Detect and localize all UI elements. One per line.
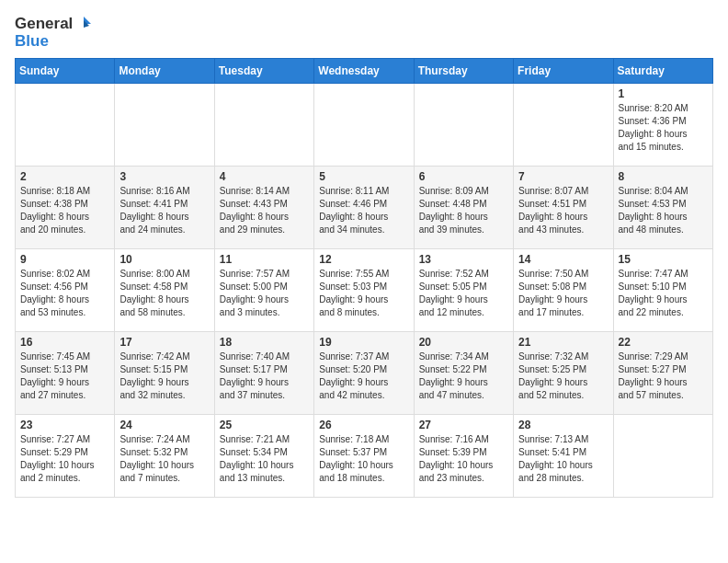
calendar-table: SundayMondayTuesdayWednesdayThursdayFrid… — [15, 58, 713, 498]
day-number: 18 — [220, 336, 309, 349]
weekday-header-sunday: Sunday — [16, 58, 115, 83]
day-info: Sunrise: 7:16 AM Sunset: 5:39 PM Dayligh… — [419, 433, 508, 485]
day-info: Sunrise: 8:00 AM Sunset: 4:58 PM Dayligh… — [119, 268, 209, 319]
weekday-header-wednesday: Wednesday — [314, 58, 414, 83]
day-cell: 8Sunrise: 8:04 AM Sunset: 4:53 PM Daylig… — [613, 166, 712, 248]
day-cell: 18Sunrise: 7:40 AM Sunset: 5:17 PM Dayli… — [214, 331, 313, 414]
day-info: Sunrise: 7:18 AM Sunset: 5:37 PM Dayligh… — [319, 433, 408, 485]
week-row-3: 9Sunrise: 8:02 AM Sunset: 4:56 PM Daylig… — [16, 248, 713, 331]
day-cell: 5Sunrise: 8:11 AM Sunset: 4:46 PM Daylig… — [314, 166, 414, 248]
day-info: Sunrise: 7:32 AM Sunset: 5:25 PM Dayligh… — [518, 350, 608, 402]
week-row-1: 1Sunrise: 8:20 AM Sunset: 4:36 PM Daylig… — [16, 83, 713, 166]
day-cell: 7Sunrise: 8:07 AM Sunset: 4:51 PM Daylig… — [514, 166, 613, 248]
day-cell: 12Sunrise: 7:55 AM Sunset: 5:03 PM Dayli… — [314, 248, 414, 331]
day-info: Sunrise: 8:07 AM Sunset: 4:51 PM Dayligh… — [518, 185, 608, 236]
day-info: Sunrise: 7:37 AM Sunset: 5:20 PM Dayligh… — [319, 350, 408, 402]
day-cell: 27Sunrise: 7:16 AM Sunset: 5:39 PM Dayli… — [414, 414, 513, 497]
day-info: Sunrise: 7:40 AM Sunset: 5:17 PM Dayligh… — [220, 350, 309, 402]
day-info: Sunrise: 8:04 AM Sunset: 4:53 PM Dayligh… — [619, 185, 708, 236]
day-cell: 25Sunrise: 7:21 AM Sunset: 5:34 PM Dayli… — [214, 414, 313, 497]
day-cell: 10Sunrise: 8:00 AM Sunset: 4:58 PM Dayli… — [115, 248, 214, 331]
day-cell: 22Sunrise: 7:29 AM Sunset: 5:27 PM Dayli… — [613, 331, 712, 414]
day-cell — [514, 83, 613, 166]
logo-blue-text: Blue — [15, 33, 93, 51]
day-number: 9 — [20, 253, 109, 266]
day-cell: 24Sunrise: 7:24 AM Sunset: 5:32 PM Dayli… — [115, 414, 214, 497]
day-cell: 15Sunrise: 7:47 AM Sunset: 5:10 PM Dayli… — [613, 248, 712, 331]
day-cell: 17Sunrise: 7:42 AM Sunset: 5:15 PM Dayli… — [115, 331, 214, 414]
day-info: Sunrise: 7:34 AM Sunset: 5:22 PM Dayligh… — [419, 350, 508, 402]
day-info: Sunrise: 8:02 AM Sunset: 4:56 PM Dayligh… — [20, 268, 109, 319]
day-number: 5 — [319, 170, 408, 183]
day-number: 20 — [419, 336, 508, 349]
day-cell — [115, 83, 214, 166]
day-number: 23 — [20, 419, 109, 431]
day-number: 17 — [119, 336, 209, 349]
day-info: Sunrise: 7:13 AM Sunset: 5:41 PM Dayligh… — [518, 433, 608, 485]
day-number: 10 — [119, 253, 209, 266]
day-cell — [314, 83, 414, 166]
day-info: Sunrise: 7:57 AM Sunset: 5:00 PM Dayligh… — [220, 268, 309, 319]
day-number: 15 — [619, 253, 708, 266]
day-info: Sunrise: 7:21 AM Sunset: 5:34 PM Dayligh… — [220, 433, 309, 485]
day-number: 3 — [119, 170, 209, 183]
day-cell: 3Sunrise: 8:16 AM Sunset: 4:41 PM Daylig… — [115, 166, 214, 248]
day-cell: 19Sunrise: 7:37 AM Sunset: 5:20 PM Dayli… — [314, 331, 414, 414]
weekday-header-tuesday: Tuesday — [214, 58, 313, 83]
logo-bird-icon — [74, 15, 93, 33]
day-cell: 20Sunrise: 7:34 AM Sunset: 5:22 PM Dayli… — [414, 331, 513, 414]
page-header: General Blue — [15, 15, 713, 51]
day-cell — [613, 414, 712, 497]
day-cell: 2Sunrise: 8:18 AM Sunset: 4:38 PM Daylig… — [16, 166, 115, 248]
day-cell: 14Sunrise: 7:50 AM Sunset: 5:08 PM Dayli… — [514, 248, 613, 331]
day-info: Sunrise: 8:09 AM Sunset: 4:48 PM Dayligh… — [419, 185, 508, 236]
day-info: Sunrise: 8:16 AM Sunset: 4:41 PM Dayligh… — [119, 185, 209, 236]
day-info: Sunrise: 8:20 AM Sunset: 4:36 PM Dayligh… — [619, 102, 708, 154]
day-cell: 16Sunrise: 7:45 AM Sunset: 5:13 PM Dayli… — [16, 331, 115, 414]
day-number: 21 — [518, 336, 608, 349]
day-number: 12 — [319, 253, 408, 266]
day-cell: 1Sunrise: 8:20 AM Sunset: 4:36 PM Daylig… — [613, 83, 712, 166]
day-cell: 6Sunrise: 8:09 AM Sunset: 4:48 PM Daylig… — [414, 166, 513, 248]
day-number: 19 — [319, 336, 408, 349]
day-number: 8 — [619, 170, 708, 183]
week-row-5: 23Sunrise: 7:27 AM Sunset: 5:29 PM Dayli… — [16, 414, 713, 497]
day-number: 22 — [619, 336, 708, 349]
day-info: Sunrise: 7:42 AM Sunset: 5:15 PM Dayligh… — [119, 350, 209, 402]
day-info: Sunrise: 7:50 AM Sunset: 5:08 PM Dayligh… — [518, 268, 608, 319]
day-cell: 13Sunrise: 7:52 AM Sunset: 5:05 PM Dayli… — [414, 248, 513, 331]
day-info: Sunrise: 7:27 AM Sunset: 5:29 PM Dayligh… — [20, 433, 109, 485]
week-row-4: 16Sunrise: 7:45 AM Sunset: 5:13 PM Dayli… — [16, 331, 713, 414]
day-info: Sunrise: 7:45 AM Sunset: 5:13 PM Dayligh… — [20, 350, 109, 402]
day-cell — [16, 83, 115, 166]
day-number: 11 — [220, 253, 309, 266]
weekday-header-row: SundayMondayTuesdayWednesdayThursdayFrid… — [16, 58, 713, 83]
day-info: Sunrise: 7:52 AM Sunset: 5:05 PM Dayligh… — [419, 268, 508, 319]
day-info: Sunrise: 7:47 AM Sunset: 5:10 PM Dayligh… — [619, 268, 708, 319]
day-number: 1 — [619, 87, 708, 100]
day-info: Sunrise: 8:11 AM Sunset: 4:46 PM Dayligh… — [319, 185, 408, 236]
day-cell: 28Sunrise: 7:13 AM Sunset: 5:41 PM Dayli… — [514, 414, 613, 497]
day-cell — [214, 83, 313, 166]
day-cell: 26Sunrise: 7:18 AM Sunset: 5:37 PM Dayli… — [314, 414, 414, 497]
day-info: Sunrise: 7:29 AM Sunset: 5:27 PM Dayligh… — [619, 350, 708, 402]
day-cell: 21Sunrise: 7:32 AM Sunset: 5:25 PM Dayli… — [514, 331, 613, 414]
day-cell: 9Sunrise: 8:02 AM Sunset: 4:56 PM Daylig… — [16, 248, 115, 331]
day-cell: 11Sunrise: 7:57 AM Sunset: 5:00 PM Dayli… — [214, 248, 313, 331]
weekday-header-saturday: Saturday — [613, 58, 712, 83]
weekday-header-thursday: Thursday — [414, 58, 513, 83]
weekday-header-friday: Friday — [514, 58, 613, 83]
week-row-2: 2Sunrise: 8:18 AM Sunset: 4:38 PM Daylig… — [16, 166, 713, 248]
day-cell: 4Sunrise: 8:14 AM Sunset: 4:43 PM Daylig… — [214, 166, 313, 248]
day-info: Sunrise: 8:18 AM Sunset: 4:38 PM Dayligh… — [20, 185, 109, 236]
logo: General Blue — [15, 15, 93, 51]
day-number: 13 — [419, 253, 508, 266]
day-number: 4 — [220, 170, 309, 183]
day-number: 14 — [518, 253, 608, 266]
weekday-header-monday: Monday — [115, 58, 214, 83]
day-number: 27 — [419, 419, 508, 431]
day-cell — [414, 83, 513, 166]
day-number: 28 — [518, 419, 608, 431]
day-number: 24 — [119, 419, 209, 431]
day-number: 2 — [20, 170, 109, 183]
